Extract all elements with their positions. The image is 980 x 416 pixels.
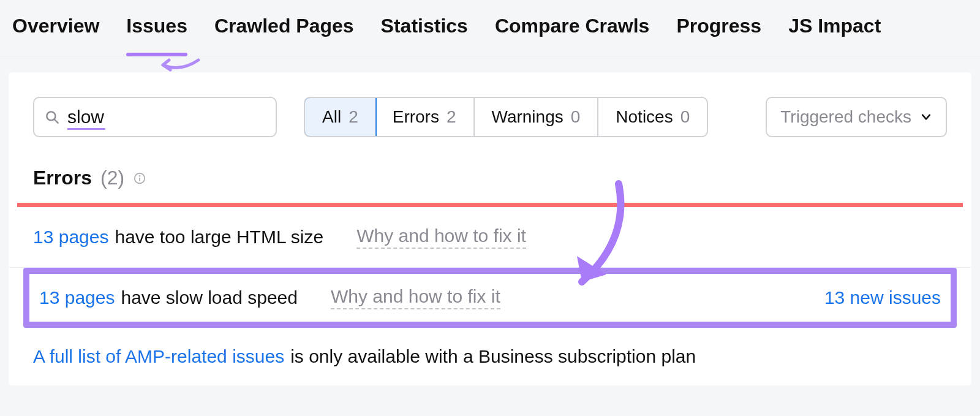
issue-text: have slow load speed bbox=[121, 287, 298, 308]
issue-text: have too large HTML size bbox=[115, 227, 323, 248]
dropdown-label: Triggered checks bbox=[780, 107, 911, 127]
amp-issues-link[interactable]: A full list of AMP-related issues bbox=[33, 346, 284, 367]
amp-upsell-row: A full list of AMP-related issues is onl… bbox=[9, 328, 971, 385]
controls-row: All 2 Errors 2 Warnings 0 Notices 0 Trig… bbox=[9, 97, 971, 137]
filter-all-label: All bbox=[322, 107, 341, 127]
search-field[interactable] bbox=[33, 97, 277, 137]
issue-row-highlighted: 13 pages have slow load speed Why and ho… bbox=[23, 268, 957, 328]
tab-bar: Overview Issues Crawled Pages Statistics… bbox=[0, 0, 980, 56]
search-input[interactable] bbox=[67, 107, 300, 127]
tab-progress[interactable]: Progress bbox=[676, 15, 761, 56]
errors-divider bbox=[17, 203, 963, 207]
filter-warnings[interactable]: Warnings 0 bbox=[475, 98, 599, 136]
issue-pages-link[interactable]: 13 pages bbox=[39, 287, 115, 308]
tab-issues[interactable]: Issues bbox=[126, 15, 187, 56]
amp-upsell-text: is only available with a Business subscr… bbox=[290, 346, 696, 367]
triggered-checks-dropdown[interactable]: Triggered checks bbox=[766, 97, 947, 137]
svg-line-1 bbox=[55, 119, 58, 123]
chevron-down-icon bbox=[920, 111, 932, 123]
issue-row: 13 pages have too large HTML size Why an… bbox=[9, 207, 971, 268]
issue-hint-link[interactable]: Why and how to fix it bbox=[356, 225, 526, 249]
search-icon bbox=[44, 109, 60, 125]
filter-notices[interactable]: Notices 0 bbox=[598, 98, 707, 136]
svg-point-0 bbox=[47, 112, 55, 120]
filter-all[interactable]: All 2 bbox=[304, 97, 377, 137]
svg-point-5 bbox=[139, 175, 141, 177]
filter-notices-count: 0 bbox=[680, 107, 690, 127]
tab-crawled-pages[interactable]: Crawled Pages bbox=[214, 15, 354, 56]
issue-pages-link[interactable]: 13 pages bbox=[33, 227, 108, 248]
new-issues-link[interactable]: 13 new issues bbox=[824, 287, 941, 308]
filter-notices-label: Notices bbox=[616, 107, 673, 127]
tab-js-impact[interactable]: JS Impact bbox=[788, 15, 881, 56]
issue-hint-link[interactable]: Why and how to fix it bbox=[331, 286, 500, 309]
issues-card: All 2 Errors 2 Warnings 0 Notices 0 Trig… bbox=[9, 72, 971, 385]
section-count: (2) bbox=[100, 167, 124, 189]
filter-all-count: 2 bbox=[349, 107, 358, 127]
filter-segment: All 2 Errors 2 Warnings 0 Notices 0 bbox=[304, 97, 708, 137]
filter-warnings-count: 0 bbox=[571, 107, 581, 127]
info-icon[interactable] bbox=[133, 172, 146, 185]
filter-errors-label: Errors bbox=[393, 107, 439, 127]
filter-warnings-label: Warnings bbox=[492, 107, 564, 127]
tab-compare-crawls[interactable]: Compare Crawls bbox=[495, 15, 650, 56]
section-label: Errors bbox=[33, 167, 92, 189]
filter-errors-count: 2 bbox=[447, 107, 456, 127]
tab-statistics[interactable]: Statistics bbox=[381, 15, 468, 56]
svg-rect-6 bbox=[139, 178, 140, 181]
errors-section-heading: Errors (2) bbox=[9, 137, 971, 203]
filter-errors[interactable]: Errors 2 bbox=[375, 98, 475, 136]
tab-overview[interactable]: Overview bbox=[12, 15, 99, 56]
